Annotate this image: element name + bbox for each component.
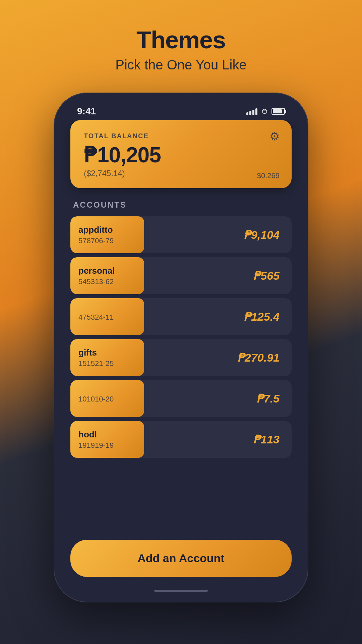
balance-label: TOTAL BALANCE — [84, 132, 278, 140]
account-number: 101010-20 — [78, 395, 136, 404]
account-tag: appditto578706-79 — [70, 216, 144, 253]
signal-bars-icon — [246, 108, 257, 115]
account-balance: ₱9,104 — [144, 228, 292, 241]
account-number: 191919-19 — [78, 441, 136, 450]
account-name: hodl — [78, 429, 136, 440]
account-row[interactable]: personal545313-62₱565 — [70, 257, 292, 294]
phone-shell: 9:41 ⊜ ⚙ TOTAL BALANCE ₱10,205 — [54, 93, 308, 602]
accounts-label: ACCOUNTS — [70, 200, 292, 210]
accounts-list: appditto578706-79₱9,104personal545313-62… — [70, 216, 292, 532]
signal-bar-4 — [255, 108, 257, 115]
page-title: Themes — [115, 27, 246, 53]
status-icons: ⊜ — [246, 107, 285, 116]
account-row[interactable]: appditto578706-79₱9,104 — [70, 216, 292, 253]
account-name: personal — [78, 266, 136, 276]
account-number: 475324-11 — [78, 313, 136, 322]
account-tag: hodl191919-19 — [70, 421, 144, 458]
account-name: gifts — [78, 347, 136, 358]
wifi-icon: ⊜ — [261, 107, 267, 116]
account-balance: ₱565 — [144, 269, 292, 282]
screen-content: ⚙ TOTAL BALANCE ₱10,205 ($2,745.14) $0.2… — [60, 120, 302, 584]
balance-amount: ₱10,205 — [84, 143, 278, 167]
balance-card: ⚙ TOTAL BALANCE ₱10,205 ($2,745.14) $0.2… — [70, 120, 292, 188]
account-balance: ₱7.5 — [144, 392, 292, 405]
account-tag: 101010-20 — [70, 380, 144, 417]
signal-bar-3 — [252, 110, 254, 115]
account-tag: personal545313-62 — [70, 257, 144, 294]
phone-screen: 9:41 ⊜ ⚙ TOTAL BALANCE ₱10,205 — [60, 99, 302, 596]
battery-fill — [273, 109, 282, 113]
notch — [144, 99, 218, 114]
page-subtitle: Pick the One You Like — [115, 57, 246, 72]
account-row[interactable]: 475324-11₱125.4 — [70, 298, 292, 335]
page-header: Themes Pick the One You Like — [115, 0, 246, 72]
account-row[interactable]: hodl191919-19₱113 — [70, 421, 292, 458]
account-number: 578706-79 — [78, 236, 136, 245]
status-bar: 9:41 ⊜ — [60, 99, 302, 120]
account-name: appditto — [78, 225, 136, 235]
add-account-button[interactable]: Add an Account — [70, 540, 292, 577]
account-balance: ₱113 — [144, 433, 292, 446]
home-indicator — [60, 586, 302, 596]
account-tag: gifts151521-25 — [70, 339, 144, 376]
account-number: 151521-25 — [78, 359, 136, 368]
balance-usd: ($2,745.14) — [84, 169, 278, 178]
signal-bar-2 — [249, 111, 251, 115]
account-row[interactable]: 101010-20₱7.5 — [70, 380, 292, 417]
account-number: 545313-62 — [78, 277, 136, 286]
account-balance: ₱125.4 — [144, 310, 292, 323]
home-bar — [154, 590, 208, 592]
balance-rate: $0.269 — [257, 171, 280, 180]
status-time: 9:41 — [77, 106, 96, 117]
account-tag: 475324-11 — [70, 298, 144, 335]
account-row[interactable]: gifts151521-25₱270.91 — [70, 339, 292, 376]
signal-bar-1 — [246, 112, 248, 115]
battery-icon — [272, 108, 285, 115]
account-balance: ₱270.91 — [144, 351, 292, 364]
